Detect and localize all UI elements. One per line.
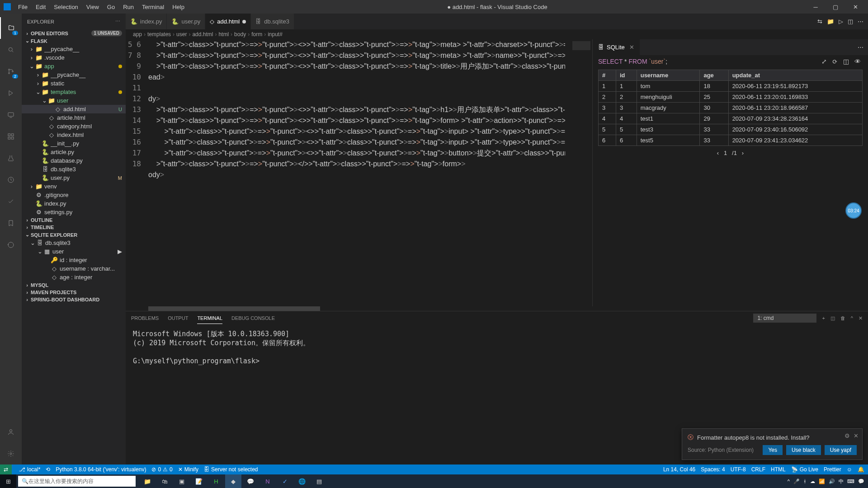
menu-file[interactable]: File xyxy=(14,2,31,12)
breadcrumb-item[interactable]: form xyxy=(251,31,262,38)
status-branch[interactable]: ⎇ local* xyxy=(19,466,40,473)
editor-tab[interactable]: ◇add.html xyxy=(205,14,251,29)
tree-item[interactable]: ⌄📁templates xyxy=(22,88,126,96)
notification-yes-button[interactable]: Yes xyxy=(763,445,783,455)
status-server[interactable]: 🗄 Server not selected xyxy=(204,466,258,473)
panel-tab-problems[interactable]: PROBLEMS xyxy=(131,313,159,324)
status-python[interactable]: Python 3.8.0 64-bit ('venv': virtualenv) xyxy=(56,466,146,473)
panel-tab-debug[interactable]: DEBUG CONSOLE xyxy=(231,313,275,324)
search-icon[interactable] xyxy=(0,39,22,61)
breadcrumb-item[interactable]: add.html xyxy=(192,31,213,38)
split-editor-icon[interactable]: ◫ xyxy=(848,18,853,25)
breadcrumb-item[interactable]: body xyxy=(234,31,246,38)
editor-tab[interactable]: 🗄db.sqlite3 xyxy=(251,14,294,29)
explorer-icon[interactable]: 1 xyxy=(0,17,22,39)
table-header[interactable]: age xyxy=(700,70,728,81)
status-spaces[interactable]: Spaces: 4 xyxy=(701,466,725,473)
panel-tab-terminal[interactable]: TERMINAL xyxy=(197,313,222,324)
tray-chevron-icon[interactable]: ^ xyxy=(788,479,790,484)
table-row[interactable]: 22menghuiguli252020-06-11 23:20:01.16983… xyxy=(599,92,863,103)
tree-item[interactable]: 🐍article.py xyxy=(22,148,126,156)
pager-next-icon[interactable]: › xyxy=(742,150,744,156)
breadcrumb-item[interactable]: html xyxy=(218,31,229,38)
menu-help[interactable]: Help xyxy=(169,2,188,12)
tree-item[interactable]: ⚙.gitignore xyxy=(22,191,126,199)
system-tray[interactable]: ^ 🎤 ᚼ ☁ 📶 🔊 中 ⌨ 💬 xyxy=(784,478,868,485)
table-row[interactable]: 11tom182020-06-11 23:19:51.892173 xyxy=(599,81,863,92)
tray-volume-icon[interactable]: 🔊 xyxy=(829,479,835,484)
tray-notifications-icon[interactable]: 💬 xyxy=(858,479,864,484)
mysql-section[interactable]: ›MYSQL xyxy=(22,282,126,289)
test-icon[interactable] xyxy=(0,147,22,169)
tray-wifi-icon[interactable]: 📶 xyxy=(819,479,825,484)
table-row[interactable]: 66test5332020-07-09 23:41:23.034622 xyxy=(599,135,863,146)
sqlite-col-age[interactable]: ◇age : integer xyxy=(22,273,126,282)
tree-item[interactable]: ›📁__pycache__ xyxy=(22,45,126,53)
taskbar-app-wechat[interactable]: 💬 xyxy=(242,474,259,488)
tree-item[interactable]: 🐍__init__.py xyxy=(22,139,126,148)
account-icon[interactable] xyxy=(0,421,22,443)
close-button[interactable]: ✕ xyxy=(846,0,864,14)
menu-edit[interactable]: Edit xyxy=(32,2,49,12)
tree-item[interactable]: ›📁.vscode xyxy=(22,53,126,62)
taskbar-app-hbuilder[interactable]: H xyxy=(208,474,224,488)
status-cursor[interactable]: Ln 14, Col 46 xyxy=(663,466,695,473)
menu-go[interactable]: Go xyxy=(104,2,118,12)
notification-gear-icon[interactable]: ⚙ xyxy=(844,432,850,439)
breadcrumbs[interactable]: app›templates›user›add.html›html›body›fo… xyxy=(126,29,868,39)
taskbar-app-terminal[interactable]: ▣ xyxy=(174,474,190,488)
tree-item[interactable]: ◇index.html xyxy=(22,131,126,139)
table-header[interactable]: username xyxy=(637,70,700,81)
terminal-selector[interactable]: 1: cmd xyxy=(753,314,816,323)
tree-item[interactable]: ⚙settings.py xyxy=(22,208,126,216)
run-debug-icon[interactable] xyxy=(0,82,22,104)
remote-indicator[interactable]: ⇄ xyxy=(0,465,12,474)
breadcrumb-item[interactable]: user xyxy=(176,31,187,38)
tree-item[interactable]: ›📁venv xyxy=(22,182,126,191)
code-content[interactable]: >"t-attr">>class>>"t-punct">>=>>"t-punct… xyxy=(148,39,565,306)
run-query-icon[interactable]: ▶ xyxy=(118,248,126,255)
menu-run[interactable]: Run xyxy=(119,2,137,12)
taskbar-app-vscode[interactable]: ◆ xyxy=(225,474,241,488)
tray-mic-icon[interactable]: 🎤 xyxy=(793,479,800,484)
history-icon[interactable] xyxy=(0,234,22,256)
open-changes-icon[interactable]: 📁 xyxy=(827,18,834,25)
horizontal-scrollbar[interactable] xyxy=(126,306,868,311)
tray-keyboard-icon[interactable]: ⌨ xyxy=(847,479,854,484)
taskbar-search[interactable]: 🔍 在这里输入你要搜索的内容 xyxy=(18,476,136,487)
sqlite-explorer-section[interactable]: ⌄SQLITE EXPLORER xyxy=(22,231,126,239)
taskbar-app-chrome[interactable]: 🌐 xyxy=(294,474,310,488)
breadcrumb-item[interactable]: app xyxy=(133,31,142,38)
kill-terminal-icon[interactable]: 🗑 xyxy=(840,313,845,324)
taskbar-app-notepad[interactable]: 📝 xyxy=(191,474,207,488)
panel-tab-output[interactable]: OUTPUT xyxy=(168,313,188,324)
menu-terminal[interactable]: Terminal xyxy=(138,2,168,12)
table-header[interactable]: update_at xyxy=(728,70,862,81)
breadcrumb-item[interactable]: input# xyxy=(268,31,283,38)
status-prettier[interactable]: Prettier xyxy=(824,466,841,473)
start-button[interactable]: ⊞ xyxy=(0,474,16,488)
minimap[interactable] xyxy=(565,39,592,306)
notification-black-button[interactable]: Use black xyxy=(786,445,821,455)
close-sqlite-tab-icon[interactable]: ✕ xyxy=(629,44,634,51)
pager-prev-icon[interactable]: ‹ xyxy=(717,150,719,156)
tree-item[interactable]: ›📁static xyxy=(22,79,126,88)
editor-tab[interactable]: 🐍index.py xyxy=(126,14,167,29)
bookmark-icon[interactable] xyxy=(0,212,22,234)
tree-item[interactable]: ◇article.html xyxy=(22,113,126,122)
maven-section[interactable]: ›MAVEN PROJECTS xyxy=(22,289,126,296)
tray-ime-icon[interactable]: 中 xyxy=(839,478,844,485)
status-sync[interactable]: ⟲ xyxy=(46,466,50,473)
close-panel-icon[interactable]: ✕ xyxy=(859,313,863,324)
sql-action-icons[interactable]: ⤢ ⟳ ◫ 👁 xyxy=(821,58,863,65)
tree-item[interactable]: 🐍database.py xyxy=(22,156,126,165)
outline-section[interactable]: ›OUTLINE xyxy=(22,216,126,224)
status-golive[interactable]: 📡 Go Live xyxy=(791,466,818,473)
notification-yapf-button[interactable]: Use yapf xyxy=(825,445,857,455)
status-lang[interactable]: HTML xyxy=(771,466,786,473)
clock-icon[interactable] xyxy=(0,169,22,191)
maximize-button[interactable]: ▢ xyxy=(826,0,844,14)
table-row[interactable]: 44test1292020-07-09 23:34:28.236164 xyxy=(599,113,863,124)
sqlite-col-username[interactable]: ◇username : varchar... xyxy=(22,264,126,273)
taskbar-app-explorer[interactable]: 📁 xyxy=(139,474,156,488)
